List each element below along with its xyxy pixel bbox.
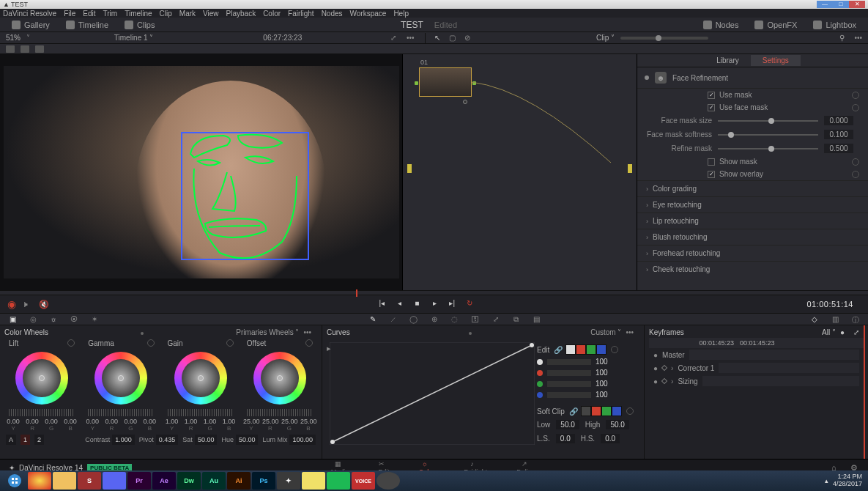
section-cheek-retouching[interactable]: ›Cheek retouching (637, 261, 868, 277)
keyframe-track[interactable] (719, 363, 859, 373)
taskbar-chrome[interactable] (28, 472, 51, 490)
viewer-timecode[interactable]: 01:00:51:14 (799, 300, 861, 309)
viewer-options-button[interactable]: ••• (401, 34, 420, 42)
reset-icon[interactable] (67, 339, 75, 347)
wheel-value[interactable]: 0.00 (141, 418, 157, 425)
taskbar-dreamweaver[interactable]: Dw (177, 472, 201, 490)
page-2-button[interactable]: 2 (34, 435, 44, 445)
expand-icon[interactable]: ⤢ (386, 34, 401, 42)
curves-mode-dropdown[interactable]: Custom ˅ (590, 328, 621, 336)
node-options-button[interactable]: ••• (849, 34, 869, 42)
softclip-g-button[interactable] (601, 406, 612, 416)
high-value[interactable]: 50.0 (606, 420, 628, 429)
color-wheel-offset[interactable] (253, 352, 306, 405)
keyframe-track[interactable] (702, 376, 859, 386)
reset-icon[interactable] (147, 339, 155, 347)
thumbnail-size-slider[interactable] (620, 37, 708, 40)
lummix-value[interactable]: 100.00 (289, 435, 316, 445)
wheel-value[interactable]: 0.00 (43, 418, 59, 425)
scopes-icon[interactable]: ▥ (830, 315, 840, 324)
first-frame-button[interactable]: |◂ (376, 299, 387, 309)
page-a-button[interactable]: A (6, 435, 16, 445)
taskbar-aftereffects[interactable]: Ae (152, 472, 176, 490)
curves-options-button[interactable]: ••• (621, 328, 639, 336)
sizing-icon[interactable]: ⤢ (491, 315, 501, 324)
channel-intensity-bar[interactable] (547, 370, 591, 376)
jog-wheel[interactable] (9, 409, 75, 416)
keyframe-track-row[interactable]: ● › Sizing (649, 374, 864, 388)
menu-item[interactable]: File (64, 10, 75, 18)
page-1-button[interactable]: 1 (21, 435, 30, 445)
menu-item[interactable]: Trim (103, 10, 118, 18)
keyframes-icon[interactable]: ◇ (809, 315, 820, 324)
menu-item[interactable]: DaVinci Resolve (3, 10, 56, 18)
softclip-r-button[interactable] (591, 406, 601, 416)
wheel-value[interactable]: 25.00 (300, 418, 316, 425)
channel-y-button[interactable] (565, 344, 576, 355)
wheels-options-button[interactable]: ••• (299, 328, 317, 336)
graph-input-bus[interactable] (407, 164, 412, 173)
channel-intensity-bar[interactable] (547, 381, 591, 387)
kf-dot-icon[interactable]: ● (836, 328, 849, 336)
stop-button[interactable]: ■ (412, 299, 422, 309)
section-eye-retouching[interactable]: ›Eye retouching (637, 196, 868, 213)
menu-item[interactable]: Mark (179, 10, 196, 18)
node-tool-icon[interactable]: ▢ (445, 34, 460, 42)
link-tool-icon[interactable]: ⊘ (460, 34, 475, 42)
lightbox-button[interactable]: Lightbox (809, 19, 861, 31)
menu-item[interactable]: Fairlight (288, 10, 314, 18)
taskbar-voicemeeter[interactable]: VOICE (352, 472, 375, 490)
face-mask-size-value[interactable]: 0.000 (824, 116, 853, 125)
blur-icon[interactable]: ◌ (450, 315, 460, 324)
panel-dot-icon[interactable] (141, 332, 144, 335)
viewer-mode-icon[interactable] (35, 45, 44, 53)
refine-mask-value[interactable]: 0.500 (824, 144, 853, 153)
taskbar-resolve[interactable]: ✦ (277, 472, 300, 490)
gallery-button[interactable]: Gallery (7, 19, 54, 31)
show-overlay-checkbox[interactable] (708, 171, 715, 178)
channel-r-button[interactable] (576, 344, 586, 355)
window-maximize-button[interactable]: □ (833, 1, 849, 8)
viewer[interactable] (0, 54, 403, 290)
wheel-value[interactable]: 0.00 (84, 418, 100, 425)
jog-wheel[interactable] (168, 409, 234, 416)
info-icon[interactable]: ⓘ (850, 315, 861, 324)
reset-icon[interactable] (852, 171, 859, 178)
taskbar-notes[interactable] (302, 472, 325, 490)
color-wheel-gamma[interactable] (94, 352, 147, 405)
node-alpha-output[interactable] (463, 100, 467, 104)
taskbar-illustrator[interactable]: Ai (227, 472, 251, 490)
face-mask-softness-slider[interactable] (718, 134, 818, 136)
node-graph[interactable]: 01 (403, 54, 637, 290)
channel-intensity-bar[interactable] (547, 392, 591, 398)
panel-dot-icon[interactable] (469, 332, 472, 335)
stereo-icon[interactable]: ⧉ (511, 315, 522, 324)
viewer-mode-icon[interactable] (21, 45, 29, 53)
start-button[interactable] (3, 472, 26, 490)
menu-item[interactable]: View (203, 10, 219, 18)
face-mask-size-slider[interactable] (718, 120, 818, 122)
taskbar-discord[interactable] (103, 472, 126, 490)
nodes-button[interactable]: Nodes (699, 19, 743, 31)
pivot-value[interactable]: 0.435 (156, 435, 179, 445)
next-frame-button[interactable]: ▸| (447, 299, 457, 309)
window-minimize-button[interactable]: — (817, 1, 833, 8)
data-burn-icon[interactable]: ▤ (532, 315, 542, 324)
keyframe-enable-icon[interactable]: ● (653, 364, 658, 372)
wheel-value[interactable]: 1.00 (221, 418, 237, 425)
keyframe-track-row[interactable]: ● Master (649, 348, 864, 361)
section-forehead-retouching[interactable]: ›Forehead retouching (637, 245, 868, 261)
keyframe-playhead[interactable] (864, 325, 865, 459)
section-color-grading[interactable]: ›Color grading (637, 180, 868, 196)
hue-value[interactable]: 50.00 (236, 435, 259, 445)
wheel-value[interactable]: 0.00 (5, 418, 21, 425)
show-mask-checkbox[interactable] (708, 158, 715, 166)
loop-button[interactable]: ↻ (464, 299, 475, 309)
playhead-icon[interactable] (356, 289, 357, 297)
color-wheel-lift[interactable] (15, 352, 68, 405)
wheel-value[interactable]: 25.00 (281, 418, 297, 425)
keyframe-diamond-icon[interactable] (661, 365, 667, 371)
channel-dot-icon[interactable] (537, 381, 543, 387)
reset-icon[interactable] (611, 346, 618, 353)
tracker-icon[interactable]: ⊕ (429, 315, 439, 324)
